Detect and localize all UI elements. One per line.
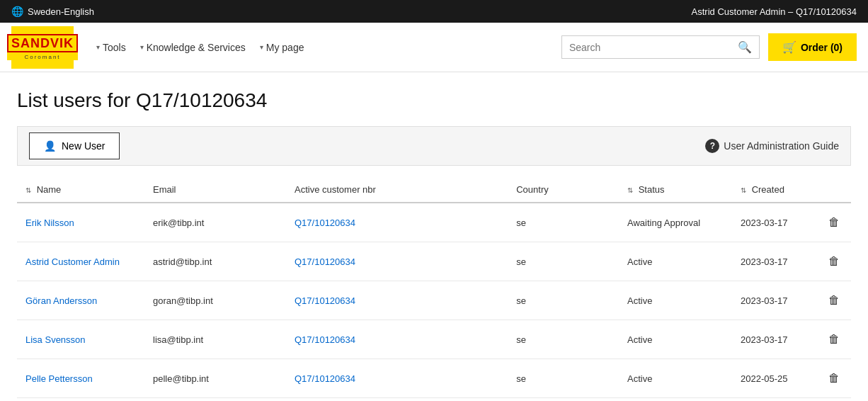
cell-status: Active	[619, 359, 732, 398]
cell-customer: Q17/10120634	[286, 281, 508, 320]
cell-created: 2023-03-17	[732, 320, 817, 359]
cell-name: Göran Andersson	[17, 281, 144, 320]
new-user-label: New User	[62, 140, 105, 152]
nav-tools[interactable]: ▾ Tools	[91, 36, 132, 59]
table-row: Lisa Svensson lisa@tibp.int Q17/10120634…	[17, 320, 851, 359]
chevron-down-icon-3: ▾	[260, 43, 263, 51]
cell-status: Active	[619, 320, 732, 359]
delete-button[interactable]: 🗑	[826, 252, 843, 271]
cell-delete: 🗑	[817, 242, 851, 281]
top-bar: 🌐 Sweden-English Astrid Customer Admin –…	[0, 0, 868, 23]
page-title: List users for Q17/10120634	[17, 89, 851, 112]
cell-status: Awaiting Approval	[619, 203, 732, 242]
user-name-link[interactable]: Lisa Svensson	[25, 334, 86, 345]
delete-button[interactable]: 🗑	[826, 369, 843, 388]
person-icon: 👤	[44, 140, 56, 152]
user-info: Astrid Customer Admin – Q17/10120634	[692, 6, 857, 17]
cell-status: Active	[619, 281, 732, 320]
table-row: Pelle Pettersson pelle@tibp.int Q17/1012…	[17, 359, 851, 398]
logo-block: SANDVIK Coromant	[11, 26, 74, 69]
cell-delete: 🗑	[817, 203, 851, 242]
nav-mypage[interactable]: ▾ My page	[254, 36, 310, 59]
user-name-link[interactable]: Göran Andersson	[25, 295, 97, 306]
cell-created: 2023-03-17	[732, 242, 817, 281]
cell-delete: 🗑	[817, 320, 851, 359]
user-name-link[interactable]: Erik Nilsson	[25, 218, 74, 228]
col-name: ⇅ Name	[17, 177, 144, 203]
knowledge-label: Knowledge & Services	[147, 42, 246, 53]
nav-links: ▾ Tools ▾ Knowledge & Services ▾ My page	[91, 36, 544, 59]
table-header-row: ⇅ Name Email Active customer nbr Country…	[17, 177, 851, 203]
new-user-button[interactable]: 👤 New User	[29, 132, 120, 159]
col-status: ⇅ Status	[619, 177, 732, 203]
pagination: 1 - 5 of 5	[17, 398, 851, 401]
globe-icon: 🌐	[11, 6, 23, 17]
user-name-link[interactable]: Pelle Pettersson	[25, 373, 93, 384]
delete-button[interactable]: 🗑	[826, 330, 843, 349]
cell-customer: Q17/10120634	[286, 320, 508, 359]
order-button[interactable]: 🛒 Order (0)	[768, 33, 857, 61]
search-icon: 🔍	[738, 40, 752, 54]
cell-country: se	[508, 281, 619, 320]
cell-country: se	[508, 203, 619, 242]
toolbar: 👤 New User ? User Administration Guide	[17, 126, 851, 166]
cell-name: Pelle Pettersson	[17, 359, 144, 398]
locale-section: 🌐 Sweden-English	[11, 6, 94, 17]
table-row: Göran Andersson goran@tibp.int Q17/10120…	[17, 281, 851, 320]
cell-created: 2022-05-25	[732, 359, 817, 398]
chevron-down-icon: ▾	[96, 43, 100, 51]
sort-icon-status: ⇅	[627, 186, 633, 194]
sort-icon-created: ⇅	[741, 186, 746, 194]
help-icon: ?	[705, 139, 719, 153]
nav-bar: SANDVIK Coromant ▾ Tools ▾ Knowledge & S…	[0, 23, 868, 72]
cell-country: se	[508, 242, 619, 281]
search-box: 🔍	[561, 35, 760, 59]
col-delete	[817, 177, 851, 203]
nav-right: 🔍 🛒 Order (0)	[561, 33, 857, 61]
user-admin-guide-link[interactable]: ? User Administration Guide	[705, 139, 839, 153]
table-body: Erik Nilsson erik@tibp.int Q17/10120634 …	[17, 203, 851, 398]
admin-guide-label: User Administration Guide	[724, 140, 839, 152]
cell-customer: Q17/10120634	[286, 359, 508, 398]
col-country: Country	[508, 177, 619, 203]
cell-email: pelle@tibp.int	[144, 359, 286, 398]
cart-icon: 🛒	[782, 40, 796, 54]
table-row: Erik Nilsson erik@tibp.int Q17/10120634 …	[17, 203, 851, 242]
cell-email: goran@tibp.int	[144, 281, 286, 320]
cell-status: Active	[619, 242, 732, 281]
user-name-link[interactable]: Astrid Customer Admin	[25, 256, 120, 267]
cell-delete: 🗑	[817, 359, 851, 398]
cell-name: Astrid Customer Admin	[17, 242, 144, 281]
chevron-down-icon-2: ▾	[140, 43, 144, 51]
cell-customer: Q17/10120634	[286, 242, 508, 281]
mypage-label: My page	[266, 42, 304, 53]
order-label: Order (0)	[801, 42, 843, 53]
nav-knowledge[interactable]: ▾ Knowledge & Services	[135, 36, 251, 59]
cell-name: Lisa Svensson	[17, 320, 144, 359]
cell-created: 2023-03-17	[732, 281, 817, 320]
sort-icon-name: ⇅	[25, 186, 31, 194]
col-email: Email	[144, 177, 286, 203]
logo-inner: SANDVIK Coromant	[7, 34, 78, 60]
cell-delete: 🗑	[817, 281, 851, 320]
locale-label: Sweden-English	[28, 6, 94, 17]
logo-sub: Coromant	[24, 54, 60, 60]
col-active-customer: Active customer nbr	[286, 177, 508, 203]
cell-email: lisa@tibp.int	[144, 320, 286, 359]
cell-created: 2023-03-17	[732, 203, 817, 242]
users-table: ⇅ Name Email Active customer nbr Country…	[17, 177, 851, 398]
delete-button[interactable]: 🗑	[826, 213, 843, 232]
col-created: ⇅ Created	[732, 177, 817, 203]
cell-email: erik@tibp.int	[144, 203, 286, 242]
cell-country: se	[508, 359, 619, 398]
delete-button[interactable]: 🗑	[826, 291, 843, 310]
cell-email: astrid@tibp.int	[144, 242, 286, 281]
page-content: List users for Q17/10120634 👤 New User ?…	[0, 72, 868, 401]
cell-country: se	[508, 320, 619, 359]
table-row: Astrid Customer Admin astrid@tibp.int Q1…	[17, 242, 851, 281]
search-input[interactable]	[569, 42, 738, 53]
tools-label: Tools	[103, 42, 126, 53]
cell-name: Erik Nilsson	[17, 203, 144, 242]
logo-brand: SANDVIK	[7, 34, 78, 52]
cell-customer: Q17/10120634	[286, 203, 508, 242]
